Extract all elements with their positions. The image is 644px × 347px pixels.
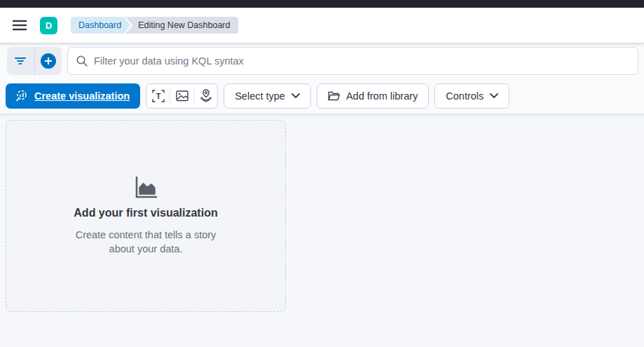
svg-text:T: T bbox=[156, 92, 160, 100]
app-header: D Dashboard Editing New Dashboard bbox=[0, 8, 644, 43]
element-icon-group: T bbox=[146, 83, 218, 109]
menu-button[interactable] bbox=[11, 17, 28, 34]
controls-button[interactable]: Controls bbox=[434, 83, 509, 109]
filter-button-group bbox=[7, 47, 62, 75]
lens-icon bbox=[16, 90, 28, 102]
empty-dashboard-panel[interactable]: Add your first visualization Create cont… bbox=[6, 120, 286, 312]
breadcrumb-editing-new-dashboard: Editing New Dashboard bbox=[125, 17, 238, 34]
add-image-button[interactable] bbox=[170, 84, 193, 108]
search-icon bbox=[76, 55, 88, 67]
browser-top-strip bbox=[0, 0, 644, 8]
breadcrumb-dashboard[interactable]: Dashboard bbox=[71, 17, 130, 34]
filter-icon bbox=[15, 57, 26, 65]
hamburger-icon bbox=[13, 20, 27, 31]
add-from-library-button[interactable]: Add from library bbox=[317, 83, 429, 109]
select-type-label: Select type bbox=[235, 90, 285, 102]
add-map-button[interactable] bbox=[194, 84, 217, 108]
area-chart-icon bbox=[134, 176, 158, 200]
empty-state-title: Add your first visualization bbox=[74, 207, 217, 219]
kibana-app: D Dashboard Editing New Dashboard bbox=[0, 0, 644, 347]
map-pin-icon bbox=[200, 89, 212, 102]
kql-search-input[interactable] bbox=[94, 55, 629, 67]
kql-search-box[interactable] bbox=[67, 47, 638, 75]
dashboard-toolbar: Create visualization T bbox=[0, 78, 644, 114]
add-filter-button[interactable] bbox=[35, 47, 62, 75]
chevron-down-icon bbox=[292, 93, 300, 98]
chevron-down-icon bbox=[490, 93, 498, 98]
breadcrumb: Dashboard Editing New Dashboard bbox=[71, 17, 238, 34]
plus-circle-icon bbox=[41, 53, 56, 69]
deployment-logo[interactable]: D bbox=[40, 17, 57, 34]
add-from-library-label: Add from library bbox=[346, 90, 418, 102]
deployment-logo-letter: D bbox=[46, 20, 52, 31]
text-element-icon: T bbox=[152, 90, 165, 102]
create-visualization-label: Create visualization bbox=[34, 90, 130, 102]
controls-label: Controls bbox=[446, 90, 484, 102]
query-bar-row bbox=[0, 43, 644, 78]
add-text-button[interactable]: T bbox=[146, 84, 170, 108]
select-type-button[interactable]: Select type bbox=[224, 83, 311, 109]
image-icon bbox=[176, 90, 189, 102]
dashboard-viewport: Add your first visualization Create cont… bbox=[0, 114, 644, 347]
toggle-filters-button[interactable] bbox=[7, 47, 34, 75]
folder-icon bbox=[328, 91, 340, 101]
empty-state-description: Create content that tells a story about … bbox=[64, 228, 227, 256]
create-visualization-button[interactable]: Create visualization bbox=[6, 83, 140, 109]
